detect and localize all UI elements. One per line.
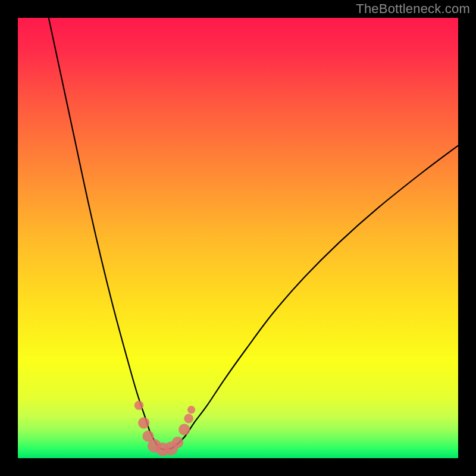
curve-marker <box>184 414 193 424</box>
curve-marker <box>187 406 195 414</box>
curve-marker <box>178 424 190 435</box>
curve-marker <box>138 417 149 428</box>
plot-background <box>18 18 458 458</box>
bottleneck-chart <box>0 0 476 476</box>
watermark-text: TheBottleneck.com <box>356 1 470 17</box>
curve-marker <box>172 437 183 448</box>
curve-marker <box>134 400 144 410</box>
chart-frame: TheBottleneck.com <box>0 0 476 476</box>
